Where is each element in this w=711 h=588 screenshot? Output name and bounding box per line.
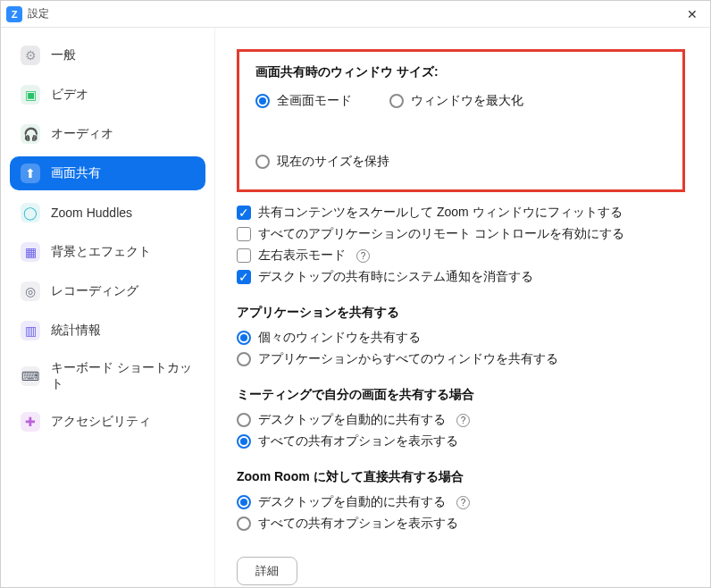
general-icon: ⚙ — [21, 46, 40, 65]
checkbox-option[interactable]: ✓デスクトップの共有時にシステム通知を消音する — [237, 269, 685, 285]
meeting-share-option[interactable]: デスクトップを自動的に共有する? — [237, 412, 685, 428]
highlight-box-window-size: 画面共有時のウィンドウ サイズ: 全画面モードウィンドウを最大化現在のサイズを保… — [237, 49, 685, 192]
radio-icon — [237, 352, 251, 366]
stats-icon: ▥ — [21, 321, 40, 340]
sidebar-item-label: アクセシビリティ — [51, 414, 151, 430]
window-body: ⚙一般▣ビデオ🎧オーディオ⬆画面共有◯Zoom Huddles▦背景とエフェクト… — [1, 28, 710, 587]
section-title-share-app: アプリケーションを共有する — [237, 305, 685, 321]
group-zoom-room-share: Zoom Room に対して直接共有する場合 デスクトップを自動的に共有する?す… — [237, 469, 685, 532]
radio-group-share-app: 個々のウィンドウを共有するアプリケーションからすべてのウィンドウを共有する — [237, 330, 685, 367]
radio-icon — [237, 517, 251, 531]
checkbox-list: ✓共有コンテンツをスケールして Zoom ウィンドウにフィットするすべてのアプリ… — [237, 205, 685, 285]
option-label: 左右表示モード — [258, 248, 346, 264]
option-label: 現在のサイズを保持 — [277, 154, 389, 170]
option-label: 共有コンテンツをスケールして Zoom ウィンドウにフィットする — [258, 205, 623, 221]
checkbox-icon: ✓ — [237, 206, 251, 220]
sidebar-item-label: オーディオ — [51, 126, 113, 142]
share-icon: ⬆ — [21, 164, 40, 183]
help-icon[interactable]: ? — [356, 249, 370, 263]
checkbox-icon — [237, 227, 251, 241]
sidebar-item-audio[interactable]: 🎧オーディオ — [10, 117, 205, 151]
sidebar-item-label: レコーディング — [51, 283, 138, 299]
close-button[interactable]: ✕ — [682, 4, 703, 25]
radio-icon — [389, 94, 404, 108]
radio-group-zoom-room-share: デスクトップを自動的に共有する?すべての共有オプションを表示する — [237, 494, 685, 532]
zoom-room-option[interactable]: すべての共有オプションを表示する — [237, 516, 685, 532]
share-app-option[interactable]: アプリケーションからすべてのウィンドウを共有する — [237, 351, 685, 367]
checkbox-option[interactable]: 左右表示モード? — [237, 248, 685, 264]
sidebar: ⚙一般▣ビデオ🎧オーディオ⬆画面共有◯Zoom Huddles▦背景とエフェクト… — [1, 28, 215, 587]
sidebar-item-label: ビデオ — [51, 87, 88, 103]
zoom-app-icon: Z — [6, 6, 22, 22]
option-label: すべてのアプリケーションのリモート コントロールを有効にする — [258, 226, 624, 242]
option-label: デスクトップを自動的に共有する — [258, 494, 446, 510]
sidebar-item-video[interactable]: ▣ビデオ — [10, 78, 205, 112]
checkbox-icon — [237, 248, 251, 263]
option-label: すべての共有オプションを表示する — [258, 433, 458, 449]
sidebar-item-label: 画面共有 — [51, 165, 101, 181]
huddles-icon: ◯ — [21, 203, 40, 223]
recording-icon: ◎ — [21, 281, 40, 301]
share-app-option[interactable]: 個々のウィンドウを共有する — [237, 330, 685, 346]
section-title-window-size: 画面共有時のウィンドウ サイズ: — [255, 64, 666, 80]
sidebar-item-label: Zoom Huddles — [51, 206, 132, 220]
shortcuts-icon: ⌨ — [21, 366, 40, 386]
window-title: 設定 — [28, 6, 682, 21]
audio-icon: 🎧 — [21, 124, 40, 144]
help-icon[interactable]: ? — [456, 496, 470, 509]
option-label: 全画面モード — [277, 93, 352, 109]
details-button[interactable]: 詳細 — [237, 557, 297, 585]
sidebar-item-label: 背景とエフェクト — [51, 244, 151, 260]
checkbox-icon: ✓ — [237, 270, 251, 284]
radio-icon — [237, 413, 251, 427]
help-icon[interactable]: ? — [456, 414, 470, 427]
sidebar-item-share[interactable]: ⬆画面共有 — [10, 156, 205, 190]
titlebar: Z 設定 ✕ — [1, 1, 710, 28]
option-label: デスクトップの共有時にシステム通知を消音する — [258, 269, 533, 285]
sidebar-item-shortcuts[interactable]: ⌨キーボード ショートカット — [10, 353, 205, 399]
group-share-app: アプリケーションを共有する 個々のウィンドウを共有するアプリケーションからすべて… — [237, 305, 685, 367]
sidebar-item-recording[interactable]: ◎レコーディング — [10, 274, 205, 308]
sidebar-item-general[interactable]: ⚙一般 — [10, 38, 205, 72]
video-icon: ▣ — [21, 85, 40, 105]
zoom-room-option[interactable]: デスクトップを自動的に共有する? — [237, 494, 685, 510]
option-label: すべての共有オプションを表示する — [258, 516, 458, 532]
sidebar-item-label: キーボード ショートカット — [51, 360, 195, 392]
sidebar-item-huddles[interactable]: ◯Zoom Huddles — [10, 196, 205, 230]
radio-icon — [237, 331, 251, 345]
window-size-option[interactable]: 全画面モード — [255, 93, 352, 109]
option-label: デスクトップを自動的に共有する — [258, 412, 446, 428]
sidebar-item-a11y[interactable]: ✚アクセシビリティ — [10, 405, 205, 439]
radio-icon — [255, 94, 270, 108]
radio-group-window-size: 全画面モードウィンドウを最大化現在のサイズを保持 — [255, 89, 666, 173]
option-label: ウィンドウを最大化 — [411, 93, 523, 109]
window-size-option[interactable]: ウィンドウを最大化 — [389, 93, 523, 109]
radio-icon — [237, 495, 251, 509]
background-icon: ▦ — [21, 242, 40, 262]
meeting-share-option[interactable]: すべての共有オプションを表示する — [237, 433, 685, 449]
settings-window: Z 設定 ✕ ⚙一般▣ビデオ🎧オーディオ⬆画面共有◯Zoom Huddles▦背… — [0, 0, 711, 588]
sidebar-item-background[interactable]: ▦背景とエフェクト — [10, 235, 205, 269]
section-title-meeting-share: ミーティングで自分の画面を共有する場合 — [237, 387, 685, 403]
group-meeting-share: ミーティングで自分の画面を共有する場合 デスクトップを自動的に共有する?すべての… — [237, 387, 685, 449]
radio-group-meeting-share: デスクトップを自動的に共有する?すべての共有オプションを表示する — [237, 412, 685, 449]
sidebar-item-label: 一般 — [51, 47, 76, 63]
checkbox-option[interactable]: すべてのアプリケーションのリモート コントロールを有効にする — [237, 226, 685, 242]
sidebar-item-label: 統計情報 — [51, 323, 101, 339]
window-size-option[interactable]: 現在のサイズを保持 — [255, 154, 389, 170]
content-panel: 画面共有時のウィンドウ サイズ: 全画面モードウィンドウを最大化現在のサイズを保… — [215, 28, 710, 587]
radio-icon — [237, 434, 251, 449]
radio-icon — [255, 155, 270, 169]
checkbox-option[interactable]: ✓共有コンテンツをスケールして Zoom ウィンドウにフィットする — [237, 205, 685, 221]
a11y-icon: ✚ — [21, 412, 40, 432]
sidebar-item-stats[interactable]: ▥統計情報 — [10, 314, 205, 348]
option-label: 個々のウィンドウを共有する — [258, 330, 421, 346]
option-label: アプリケーションからすべてのウィンドウを共有する — [258, 351, 558, 367]
section-title-zoom-room-share: Zoom Room に対して直接共有する場合 — [237, 469, 685, 485]
